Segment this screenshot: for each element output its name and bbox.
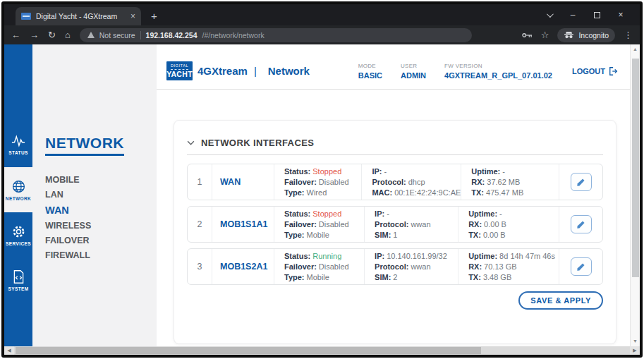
window-controls: – × [537,4,633,25]
rail-label: STATUS [8,150,28,155]
browser-tab[interactable]: Digital Yacht - 4GXtream × [16,7,141,25]
mode-value: BASIC [358,71,382,80]
pencil-icon [576,220,585,229]
save-apply-button[interactable]: SAVE & APPLY [518,291,603,310]
fw-version-block: FW VERSION 4GXTREAM_R_GPL_07.01.02 [444,63,552,80]
network-interfaces-card: NETWORK INTERFACES 1 WAN Status:Stopped … [174,120,616,344]
uptime-field: Uptime:- [471,166,505,176]
type-field: Type:Mobile [284,272,329,282]
rx-field: RX:0.00 B [468,219,506,229]
tab-close-icon[interactable]: × [130,12,135,20]
mac-field: MAC:00:1E:42:24:9C:AE [372,188,461,197]
logo-text-top: DIGITAL [171,64,188,70]
rail-item-network[interactable]: NETWORK [4,167,32,212]
omnibox-divider [140,31,141,39]
edit-interface-button[interactable] [571,215,592,233]
user-label: USER [401,63,426,69]
edit-cell [559,164,602,200]
url-bar[interactable]: Not secure 192.168.42.254/#/network/netw… [80,28,472,42]
scroll-up-arrow-icon[interactable]: ▲ [631,44,640,54]
mode-label: MODE [358,63,382,69]
incognito-label: Incognito [578,31,609,39]
rx-field: RX:37.62 MB [471,177,520,187]
pulse-icon [11,134,26,148]
vertical-scrollbar[interactable]: ▲ ▼ [630,44,640,346]
forward-icon[interactable]: → [30,30,39,39]
status-field: Status:Stopped [284,166,341,176]
status-value: Stopped [312,167,341,176]
logout-button[interactable]: LOGOUT [572,66,619,76]
scroll-right-arrow-icon[interactable]: ▶ [630,346,640,355]
sidebar-item-mobile[interactable]: MOBILE [45,175,157,185]
toolbar-actions: ☆ Incognito ⋮ [522,28,633,42]
sidebar-item-wan[interactable]: WAN [45,205,157,216]
logout-icon [609,66,619,76]
interface-status-column: Status:Stopped Failover:Disabled Type:Wi… [274,164,361,200]
user-block: USER ADMIN [401,63,426,80]
interface-address-column: IP:- Protocol:dhcp MAC:00:1E:42:24:9C:AE [361,164,461,200]
rail-label: SYSTEM [8,286,28,291]
type-field: Type:Wired [284,188,327,197]
browser-toolbar: ← → ↻ ⌂ Not secure 192.168.42.254/#/netw… [4,25,640,44]
profile-chevron-icon[interactable] [537,4,561,25]
failover-field: Failover:Disabled [284,262,349,272]
maximize-button[interactable] [585,4,609,25]
rail-item-services[interactable]: SERVICES [4,212,32,257]
interface-number: 1 [188,164,212,200]
protocol-field: Protocol:wwan [375,262,430,272]
interface-address-column: IP:10.140.161.99/32 Protocol:wwan SIM:2 [364,249,458,284]
rail-item-system[interactable]: SYSTEM [4,257,32,303]
interface-traffic-column: Uptime:- RX:37.62 MB TX:475.47 MB [461,164,559,200]
close-button[interactable]: × [609,4,633,25]
interface-address-column: IP:- Protocol:wwan SIM:1 [364,207,458,242]
title-separator: | [254,65,257,77]
new-tab-button[interactable]: + [151,10,157,22]
interface-traffic-column: Uptime:- RX:0.00 B TX:0.00 B [458,207,559,242]
interface-traffic-column: Uptime:8d 14h 47m 46s RX:70.13 GB TX:3.4… [458,249,559,284]
fw-version-label: FW VERSION [444,63,552,69]
minimize-button[interactable]: – [561,4,585,25]
status-value: Running [312,252,341,260]
horizontal-scrollbar[interactable]: ◀ ▶ [4,346,640,355]
tx-field: TX:475.47 MB [471,188,523,197]
horizontal-scroll-thumb[interactable] [16,347,481,354]
rail-label: SERVICES [6,241,31,246]
rx-field: RX:70.13 GB [468,262,516,272]
home-icon[interactable]: ⌂ [65,30,71,39]
site-favicon [21,13,31,20]
vertical-scroll-thumb[interactable] [632,59,639,277]
browser-titlebar: Digital Yacht - 4GXtream × + – × [4,4,640,25]
sidebar-title: NETWORK [45,135,124,156]
not-secure-warning-icon [87,32,95,38]
status-value: Stopped [312,209,341,218]
reload-icon[interactable]: ↻ [48,30,56,39]
chevron-down-icon [187,140,195,145]
protocol-field: Protocol:dhcp [372,177,425,187]
network-sidebar: NETWORK MOBILE LAN WAN WIRELESS FAILOVER… [32,44,157,346]
sidebar-item-wireless[interactable]: WIRELESS [45,221,157,231]
section-header[interactable]: NETWORK INTERFACES [187,138,603,155]
incognito-icon [564,31,574,39]
sidebar-item-failover[interactable]: FAILOVER [45,236,157,245]
bookmark-star-icon[interactable]: ☆ [541,30,549,39]
rail-label: NETWORK [6,196,31,201]
type-field: Type:Mobile [284,230,329,240]
sidebar-item-lan[interactable]: LAN [45,190,157,200]
back-icon[interactable]: ← [11,30,20,39]
rail-item-status[interactable]: STATUS [4,122,32,167]
tab-title: Digital Yacht - 4GXtream [36,12,126,20]
browser-menu-icon[interactable]: ⋮ [624,30,633,39]
interface-row-wan: 1 WAN Status:Stopped Failover:Disabled T… [187,164,603,200]
password-key-icon[interactable] [522,32,533,39]
sidebar-item-firewall[interactable]: FIREWALL [45,250,157,260]
globe-icon [11,179,26,194]
security-label[interactable]: Not secure [99,31,135,39]
edit-interface-button[interactable] [571,257,592,276]
interface-status-column: Status:Running Failover:Disabled Type:Mo… [274,249,364,284]
scroll-left-arrow-icon[interactable]: ◀ [4,346,14,355]
save-row: SAVE & APPLY [187,291,603,310]
interface-name: MOB1S2A1 [212,249,274,284]
main-content: DIGITAL YACHT 4GXtream | Network MODE BA… [157,44,630,346]
edit-interface-button[interactable] [571,173,592,191]
scroll-down-arrow-icon[interactable]: ▼ [631,336,640,346]
